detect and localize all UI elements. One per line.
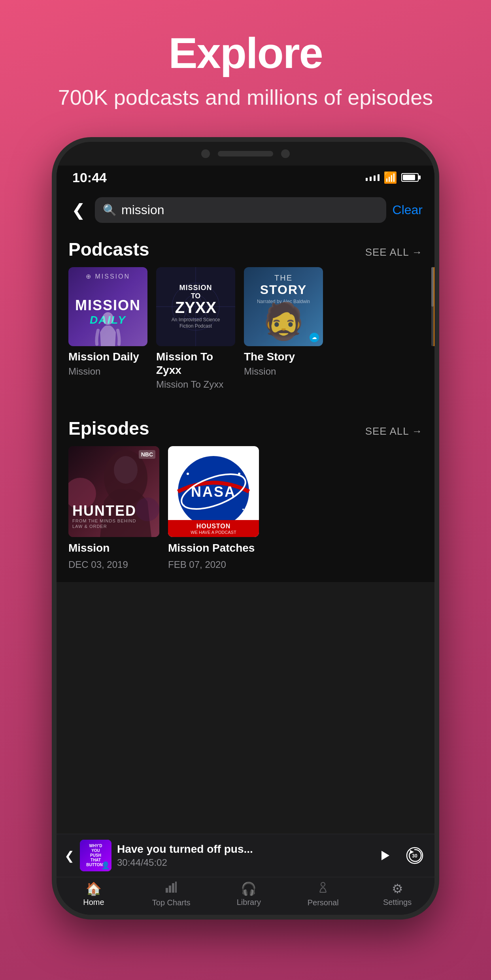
- back-button[interactable]: ❮: [68, 199, 89, 221]
- mini-player-artwork: WHY'DYOUPUSHTHATBUTTON? 👤: [80, 840, 111, 871]
- svg-point-8: [114, 456, 138, 484]
- mini-player-info: Have you turned off pus... 30:44/45:02: [117, 843, 367, 868]
- mini-artwork-figure: 👤: [101, 861, 110, 870]
- episodes-see-all[interactable]: SEE ALL →: [365, 425, 423, 437]
- page-title: Explore: [16, 28, 475, 78]
- signal-icon: [366, 174, 380, 181]
- phone-camera-2: [281, 149, 290, 158]
- screen-content: ❮ 🔍 mission Clear Podcasts SEE ALL → ⊕ M…: [57, 189, 434, 582]
- clear-button[interactable]: Clear: [393, 203, 423, 217]
- svg-marker-18: [381, 851, 389, 860]
- hunted-label-group: HUNTED FROM THE MINDS BEHINDLAW & ORDER: [72, 504, 136, 530]
- houston-text: HOUSTON: [171, 522, 256, 530]
- nasa-logo-container: NASA: [176, 454, 251, 529]
- svg-point-26: [321, 882, 325, 886]
- hunted-title-text: HUNTED: [72, 504, 136, 518]
- artwork-inner-zyxx: MISSION TO ZYXX An Improvised ScienceFic…: [156, 267, 235, 346]
- podcast-card-mission-daily[interactable]: ⊕ MISSION MISSION DAILY Mission: [68, 267, 147, 390]
- bottom-nav: 🏠 Home Top Charts 🎧 Library: [57, 877, 434, 915]
- personal-svg-icon: [317, 881, 329, 894]
- mini-back-button[interactable]: ❮: [64, 849, 74, 863]
- status-icons: 📶: [366, 171, 419, 184]
- podcast-artwork-mission-daily: ⊕ MISSION MISSION DAILY: [68, 267, 147, 346]
- play-button[interactable]: [373, 844, 397, 867]
- nbc-text: NBC: [141, 451, 153, 458]
- episode-name-mission: Mission: [68, 542, 159, 554]
- mini-player-title: Have you turned off pus...: [117, 843, 367, 856]
- scroll-thumb: [431, 267, 434, 307]
- nav-library[interactable]: 🎧 Library: [233, 881, 264, 907]
- page-subtitle: 700K podcasts and millions of episodes: [16, 85, 475, 109]
- nav-home[interactable]: 🏠 Home: [78, 881, 110, 907]
- nav-settings-label: Settings: [383, 898, 412, 907]
- nav-top-charts-label: Top Charts: [152, 898, 191, 907]
- nav-top-charts[interactable]: Top Charts: [152, 881, 191, 907]
- svg-rect-23: [169, 886, 171, 893]
- svg-text:NASA: NASA: [191, 484, 236, 500]
- podcast-name-zyxx: Mission To Zyxx: [156, 350, 235, 377]
- skip-forward-button[interactable]: 30: [403, 844, 427, 867]
- status-bar: 10:44 📶: [57, 166, 434, 189]
- podcast-artwork-story: THE STORY Narrated by Alec Baldwin 🧔 ☁: [244, 267, 323, 346]
- search-row: ❮ 🔍 mission Clear: [57, 189, 434, 231]
- episodes-section-header: Episodes SEE ALL →: [57, 410, 434, 446]
- nav-settings[interactable]: ⚙ Settings: [381, 881, 413, 907]
- svg-point-10: [136, 498, 159, 521]
- episode-date-mission: DEC 03, 2019: [68, 559, 159, 570]
- svg-point-15: [238, 473, 240, 475]
- personal-icon: [317, 881, 329, 897]
- podcasts-section-header: Podcasts SEE ALL →: [57, 231, 434, 267]
- nasa-logo-svg: NASA: [176, 454, 251, 529]
- podcast-author-story: Mission: [244, 366, 323, 377]
- mission-figure-icon: [92, 311, 124, 346]
- mini-player-time: 30:44/45:02: [117, 857, 367, 868]
- home-icon: 🏠: [86, 881, 102, 896]
- skip-icon: 30: [405, 846, 425, 865]
- charts-svg-icon: [165, 881, 178, 893]
- search-icon: 🔍: [103, 204, 117, 217]
- podcast-name-mission-daily: Mission Daily: [68, 350, 147, 364]
- zyxx-title: ZYXX: [172, 300, 220, 315]
- episode-card-mission[interactable]: HUNTED FROM THE MINDS BEHINDLAW & ORDER …: [68, 446, 159, 570]
- nav-personal-label: Personal: [308, 898, 339, 907]
- search-query: mission: [121, 203, 164, 217]
- hunted-bg: HUNTED FROM THE MINDS BEHINDLAW & ORDER …: [68, 446, 159, 537]
- page-header: Explore 700K podcasts and millions of ep…: [0, 0, 491, 125]
- search-bar[interactable]: 🔍 mission: [95, 197, 386, 223]
- hunted-sub-text: FROM THE MINDS BEHINDLAW & ORDER: [72, 518, 136, 530]
- podcasts-see-all[interactable]: SEE ALL →: [365, 246, 423, 258]
- svg-point-14: [187, 473, 189, 475]
- zyxx-text-group: MISSION TO ZYXX An Improvised ScienceFic…: [172, 284, 220, 329]
- podcast-artwork-zyxx: MISSION TO ZYXX An Improvised ScienceFic…: [156, 267, 235, 346]
- podcast-card-zyxx[interactable]: MISSION TO ZYXX An Improvised ScienceFic…: [156, 267, 235, 390]
- podcast-name-story: The Story: [244, 350, 323, 364]
- podcasts-title: Podcasts: [68, 239, 149, 260]
- artwork-inner: ⊕ MISSION MISSION DAILY: [68, 267, 147, 346]
- svg-rect-24: [172, 883, 174, 893]
- status-time: 10:44: [72, 170, 107, 185]
- podcast-card-story[interactable]: THE STORY Narrated by Alec Baldwin 🧔 ☁: [244, 267, 323, 390]
- zyxx-mission-to: MISSION: [172, 284, 220, 292]
- library-icon: 🎧: [241, 881, 257, 896]
- svg-point-0: [102, 312, 113, 325]
- nav-home-label: Home: [83, 898, 104, 907]
- svg-point-16: [183, 505, 185, 506]
- svg-rect-25: [175, 882, 177, 893]
- nbc-badge: NBC: [139, 450, 155, 459]
- phone-camera: [201, 149, 210, 158]
- zyxx-subtitle: An Improvised ScienceFiction Podcast: [172, 317, 220, 329]
- settings-icon: ⚙: [392, 881, 403, 896]
- top-charts-icon: [165, 881, 178, 897]
- we-have-podcast-text: WE HAVE A PODCAST: [171, 530, 256, 535]
- podcast-author-mission-daily: Mission: [68, 366, 147, 377]
- phone-top-bar: [57, 142, 434, 166]
- phone-speaker: [218, 151, 273, 156]
- mini-player[interactable]: ❮ WHY'DYOUPUSHTHATBUTTON? 👤 Have you tur…: [57, 834, 434, 877]
- the-label: THE: [244, 273, 323, 283]
- episode-card-nasa[interactable]: NASA HOUSTON WE HAVE A PODCAST: [168, 446, 259, 570]
- scroll-indicator: [431, 267, 434, 346]
- episode-date-nasa: FEB 07, 2020: [168, 559, 259, 570]
- svg-text:30: 30: [412, 853, 417, 859]
- nav-personal[interactable]: Personal: [307, 881, 339, 907]
- mini-artwork-inner: WHY'DYOUPUSHTHATBUTTON? 👤: [80, 840, 111, 871]
